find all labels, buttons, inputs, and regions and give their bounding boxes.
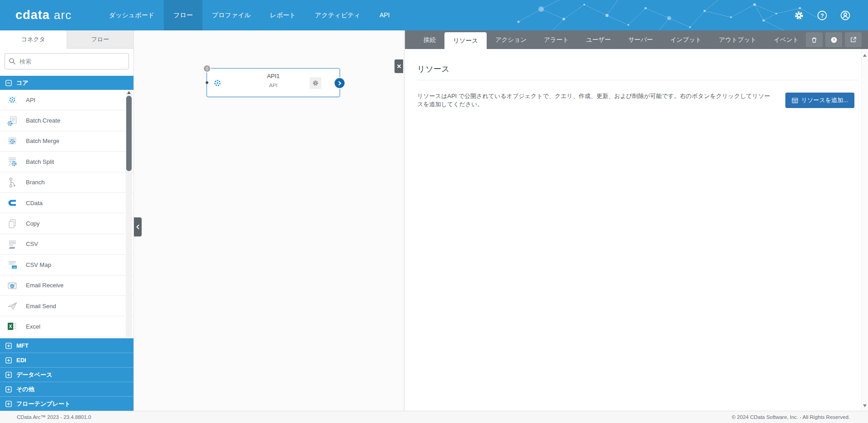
delete-button[interactable] — [806, 32, 823, 47]
section-core[interactable]: コア — [0, 76, 133, 90]
connector-label: CSV — [26, 241, 38, 247]
svg-text:csv: csv — [13, 266, 16, 269]
table-add-icon — [792, 98, 798, 103]
connector-item-branch[interactable]: Branch — [0, 172, 133, 193]
branch-icon — [6, 176, 18, 188]
cdata-arc-logo[interactable]: cdata arc — [15, 0, 72, 30]
nav-item-api[interactable]: API — [370, 0, 399, 30]
panel-tab-events[interactable]: イベント — [765, 30, 807, 49]
connector-item-csv[interactable]: .csv CSV — [0, 234, 133, 255]
help-button[interactable]: ? — [825, 32, 842, 47]
search-input[interactable] — [5, 53, 129, 69]
chevron-right-icon — [338, 81, 342, 86]
connector-label: Batch Merge — [26, 138, 59, 144]
tab-connectors[interactable]: コネクタ — [0, 30, 67, 49]
api-node-icon — [213, 79, 222, 88]
resources-description: リソースはAPI で公開されているオブジェクトで、クエリ、作成、更新、および削除… — [417, 92, 774, 108]
connector-item-excel[interactable]: X Excel — [0, 316, 133, 337]
scroll-down-arrow[interactable] — [863, 404, 867, 407]
connector-label: Copy — [26, 220, 39, 227]
expand-section-icon — [5, 386, 12, 393]
help-icon[interactable]: ? — [817, 10, 828, 21]
nav-item-dashboard[interactable]: ダッシュボード — [99, 0, 164, 30]
batch-split-icon — [6, 156, 18, 168]
chevron-left-icon — [136, 224, 140, 230]
connector-item-email-send[interactable]: Email Send — [0, 296, 133, 316]
panel-tab-actions[interactable]: アクション — [487, 30, 535, 49]
panel-tab-resources[interactable]: リソース — [444, 32, 487, 49]
svg-text:?: ? — [820, 12, 824, 19]
connector-item-csv-map[interactable]: csv CSV Map — [0, 255, 133, 275]
node-open-button[interactable] — [335, 78, 345, 88]
close-icon — [397, 64, 401, 69]
user-icon[interactable] — [840, 10, 851, 21]
connector-item-api[interactable]: API — [0, 90, 133, 110]
panel-tab-output[interactable]: アウトプット — [710, 30, 765, 49]
external-link-icon — [850, 36, 857, 43]
add-resource-button[interactable]: リソースを追加... — [785, 93, 854, 108]
connector-item-copy[interactable]: Copy — [0, 213, 133, 234]
cdata-icon — [6, 197, 18, 209]
node-message-count-badge: 0 — [203, 64, 211, 73]
sidebar-scrollbar[interactable] — [126, 90, 132, 337]
footer-version: CData Arc™ 2023 - 23.4.8801.0 — [17, 414, 91, 420]
category-label: その他 — [16, 385, 35, 393]
batch-merge-icon — [6, 135, 18, 147]
help-icon: ? — [830, 36, 838, 44]
panel-scrollbar[interactable] — [861, 49, 868, 411]
connector-item-batch-merge[interactable]: Batch Merge — [0, 131, 133, 152]
nav-item-activity[interactable]: アクティビティ — [306, 0, 370, 30]
add-resource-label: リソースを追加... — [801, 96, 848, 104]
flow-node-api1[interactable]: 0 API1 API — [207, 68, 340, 97]
panel-tab-users[interactable]: ユーザー — [577, 30, 620, 49]
email-send-icon — [6, 300, 18, 312]
search-container — [0, 49, 133, 76]
panel-tabbar: 接続 リソース アクション アラート ユーザー サーバー インプット アウトプッ… — [405, 30, 868, 49]
nav-item-report[interactable]: レポート — [261, 0, 306, 30]
connector-item-batch-create[interactable]: Batch Create — [0, 110, 133, 131]
collapse-section-icon — [5, 80, 12, 86]
category-label: データベース — [16, 371, 52, 379]
open-external-button[interactable] — [845, 32, 862, 47]
expand-section-icon — [5, 357, 12, 364]
section-core-label: コア — [16, 79, 29, 87]
expand-section-icon — [5, 401, 12, 407]
flow-canvas[interactable]: 0 API1 API — [134, 30, 404, 411]
connector-label: API — [26, 97, 35, 103]
sidebar-collapse-handle[interactable] — [134, 217, 142, 236]
category-flow-templates[interactable]: フローテンプレート — [0, 396, 133, 411]
connector-list: API Batch Create — [0, 90, 133, 337]
divider — [417, 80, 858, 80]
scroll-up-arrow[interactable] — [863, 54, 867, 57]
nav-item-flow[interactable]: フロー — [164, 0, 202, 30]
panel-tab-connection[interactable]: 接続 — [415, 30, 444, 49]
tab-flows[interactable]: フロー — [67, 30, 134, 49]
category-database[interactable]: データベース — [0, 367, 133, 382]
panel-tab-input[interactable]: インプット — [661, 30, 710, 49]
batch-create-icon — [6, 114, 18, 127]
category-mft[interactable]: MFT — [0, 338, 133, 353]
gear-icon[interactable] — [794, 10, 804, 21]
network-pattern-decoration — [509, 0, 827, 30]
connector-label: Excel — [26, 323, 40, 330]
category-edi[interactable]: EDI — [0, 353, 133, 367]
connector-label: Email Receive — [26, 282, 64, 289]
panel-tab-server[interactable]: サーバー — [620, 30, 662, 49]
trash-icon — [811, 36, 818, 44]
category-others[interactable]: その他 — [0, 382, 133, 396]
resources-intro-row: リソースはAPI で公開されているオブジェクトで、クエリ、作成、更新、および削除… — [417, 92, 854, 108]
connector-item-email-receive[interactable]: Email Receive — [0, 275, 133, 296]
connector-item-batch-split[interactable]: Batch Split — [0, 152, 133, 172]
node-settings-button[interactable] — [310, 77, 321, 89]
panel-toolbar: ? — [806, 32, 862, 47]
connector-label: Branch — [26, 179, 44, 186]
scrollbar-thumb[interactable] — [126, 96, 132, 171]
node-input-port[interactable] — [206, 81, 208, 84]
connector-item-cdata[interactable]: CData — [0, 193, 133, 213]
nav-item-profile[interactable]: プロファイル — [202, 0, 261, 30]
scroll-up-arrow[interactable] — [127, 91, 131, 94]
panel-close-button[interactable] — [395, 59, 403, 73]
connector-label: Batch Create — [26, 117, 60, 124]
panel-tab-alerts[interactable]: アラート — [535, 30, 577, 49]
svg-text:?: ? — [833, 38, 835, 42]
